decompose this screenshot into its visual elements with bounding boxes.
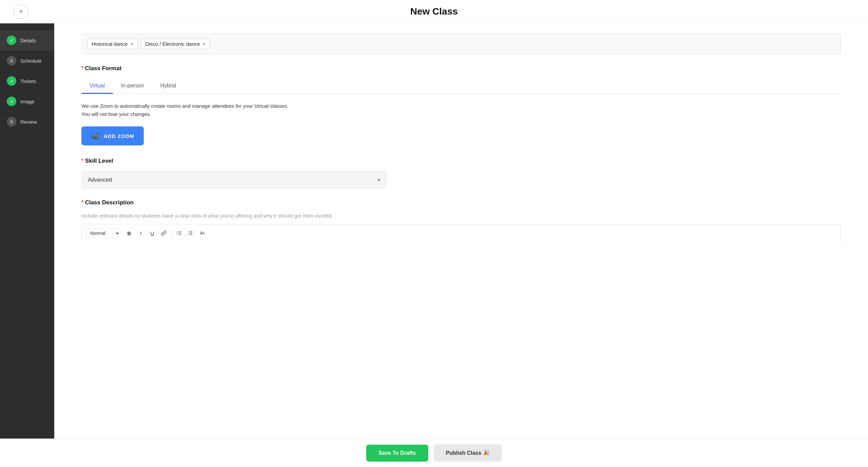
class-description-label: *Class Description: [81, 199, 841, 206]
tag-chip-disco: Disco / Electronic dance ×: [141, 39, 210, 49]
sidebar-label-details: Details: [20, 38, 36, 43]
unordered-list-button[interactable]: [185, 228, 196, 239]
sidebar-item-image[interactable]: ✓ Image: [0, 91, 54, 111]
sidebar: ✓ Details 2 Schedule ✓ Tickets ✓ Image 5: [0, 23, 54, 463]
tag-label-disco: Disco / Electronic dance: [145, 41, 200, 47]
sidebar-label-tickets: Tickets: [20, 78, 36, 84]
class-format-label: *Class Format: [81, 65, 841, 72]
ordered-list-button[interactable]: 1. 2. 3.: [174, 228, 184, 239]
tag-chip-historical: Historical dance ×: [87, 39, 138, 49]
format-tabs: Virtual In-person Hybrid: [81, 79, 841, 94]
clear-format-button[interactable]: Tx: [197, 228, 208, 239]
zoom-camera-icon: 📹: [91, 132, 100, 140]
link-icon: [161, 230, 166, 236]
check-icon: ✓: [10, 38, 14, 43]
page-title: New Class: [410, 6, 458, 17]
step-circle-schedule: 2: [7, 56, 16, 65]
close-button[interactable]: ×: [14, 4, 28, 19]
page-header: × New Class: [0, 0, 868, 23]
bold-button[interactable]: B: [124, 228, 135, 239]
sidebar-item-details[interactable]: ✓ Details: [0, 30, 54, 50]
class-format-section: *Class Format Virtual In-person Hybrid W…: [81, 65, 841, 158]
sidebar-item-tickets[interactable]: ✓ Tickets: [0, 71, 54, 91]
description-placeholder-text: Include relevant details so students hav…: [81, 213, 841, 219]
italic-button[interactable]: I: [135, 228, 146, 239]
bottom-action-bar: Save To Drafts Publish Class 🎉: [0, 439, 868, 467]
tab-virtual[interactable]: Virtual: [81, 79, 113, 94]
skill-level-section: *Skill Level Beginner Intermediate Advan…: [81, 158, 841, 188]
step-circle-image: ✓: [7, 97, 16, 106]
publish-class-button[interactable]: Publish Class 🎉: [434, 444, 502, 462]
check-icon-tickets: ✓: [10, 79, 14, 84]
text-style-select[interactable]: Normal Heading 1 Heading 2: [86, 228, 120, 238]
svg-text:3.: 3.: [177, 234, 178, 235]
zoom-info-text: We use Zoom to automatically create room…: [81, 102, 841, 118]
skill-level-label: *Skill Level: [81, 158, 841, 164]
editor-toolbar: Normal Heading 1 Heading 2 B I U: [81, 224, 841, 242]
main-content: Historical dance × Disco / Electronic da…: [54, 23, 868, 463]
unordered-list-icon: [188, 230, 193, 236]
tags-container: Historical dance × Disco / Electronic da…: [81, 34, 841, 54]
sidebar-label-image: Image: [20, 99, 35, 104]
underline-button[interactable]: U: [147, 228, 158, 239]
step-circle-review: 5: [7, 117, 16, 126]
step-number-schedule: 2: [10, 58, 13, 63]
tag-label-historical: Historical dance: [92, 41, 128, 47]
tag-remove-disco[interactable]: ×: [203, 41, 205, 47]
tab-hybrid[interactable]: Hybrid: [152, 79, 184, 94]
class-description-section: *Class Description Include relevant deta…: [81, 199, 841, 242]
svg-point-9: [189, 231, 189, 232]
sidebar-label-schedule: Schedule: [20, 58, 42, 64]
step-circle-tickets: ✓: [7, 76, 16, 86]
svg-point-10: [189, 233, 189, 234]
ordered-list-icon: 1. 2. 3.: [176, 230, 182, 236]
svg-point-11: [189, 234, 189, 235]
page-layout: ✓ Details 2 Schedule ✓ Tickets ✓ Image 5: [0, 23, 868, 463]
required-star-format: *: [81, 65, 84, 72]
save-to-drafts-button[interactable]: Save To Drafts: [366, 445, 428, 462]
link-button[interactable]: [158, 228, 169, 239]
skill-select-wrapper: Beginner Intermediate Advanced All Level…: [81, 171, 387, 188]
step-number-review: 5: [10, 119, 13, 124]
sidebar-label-review: Review: [20, 119, 37, 125]
tag-remove-historical[interactable]: ×: [131, 41, 133, 47]
check-icon-image: ✓: [10, 99, 14, 104]
tab-in-person[interactable]: In-person: [113, 79, 152, 94]
step-circle-details: ✓: [7, 36, 16, 45]
toolbar-divider-1: [171, 230, 172, 237]
sidebar-item-review[interactable]: 5 Review: [0, 111, 54, 132]
add-zoom-label: ADD ZOOM: [104, 133, 134, 139]
required-star-skill: *: [81, 158, 84, 164]
skill-level-select[interactable]: Beginner Intermediate Advanced All Level…: [81, 171, 387, 188]
required-star-desc: *: [81, 199, 84, 206]
add-zoom-button[interactable]: 📹 ADD ZOOM: [81, 126, 144, 145]
sidebar-item-schedule[interactable]: 2 Schedule: [0, 50, 54, 71]
